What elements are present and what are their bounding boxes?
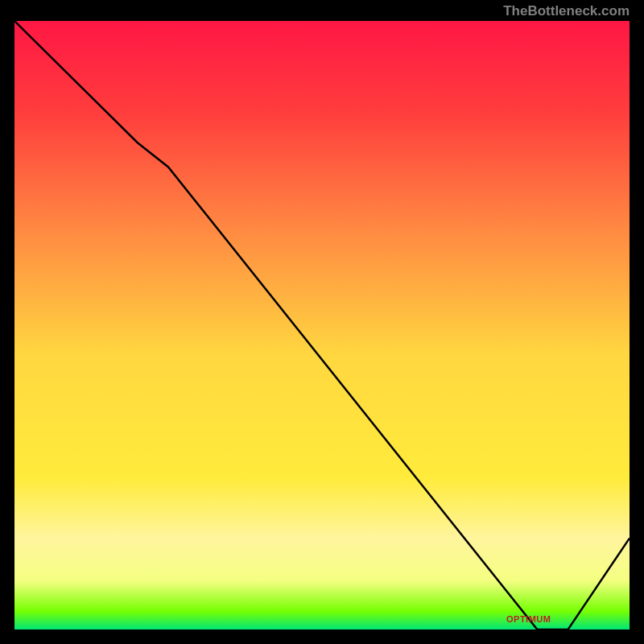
chart-container: OPTIMUM — [14, 21, 630, 630]
attribution-text: TheBottleneck.com — [503, 3, 630, 19]
optimum-label: OPTIMUM — [506, 614, 551, 624]
bottleneck-chart — [14, 21, 630, 630]
